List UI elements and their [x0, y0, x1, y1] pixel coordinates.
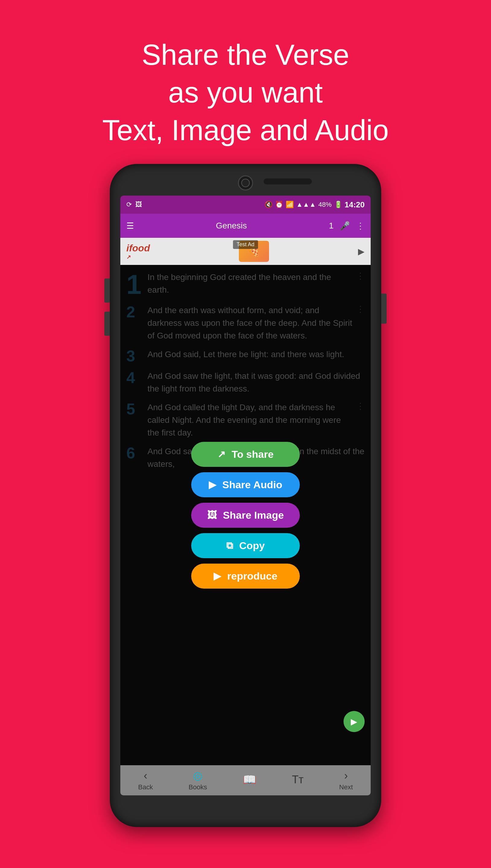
ad-logo: ifood ↗ [126, 243, 150, 260]
ad-test-badge: Test Ad [233, 240, 258, 249]
volume-down-button[interactable] [104, 312, 110, 336]
power-button[interactable] [381, 293, 387, 324]
to-share-button[interactable]: ↗ To share [191, 442, 300, 467]
audio-share-icon: ▶ [209, 479, 216, 490]
copy-icon: ⧉ [226, 540, 233, 551]
status-sync-icon: ⟳ [126, 201, 132, 209]
books-icon: ◎ [193, 770, 202, 782]
bible-content-area: 1 In the beginning God created the heave… [120, 265, 371, 765]
back-arrow-icon: ‹ [144, 770, 147, 782]
share-audio-button[interactable]: ▶ Share Audio [191, 472, 300, 497]
phone-body: ⟳ 🖼 🔇 ⏰ 📶 ▲▲▲ 48% 🔋 14:20 ☰ Genesis 1 [110, 164, 381, 827]
status-wifi-icon: 📶 [286, 201, 294, 209]
status-mute-icon: 🔇 [264, 201, 272, 209]
phone-speaker [264, 179, 312, 184]
menu-button[interactable]: ☰ [126, 221, 134, 231]
microphone-icon[interactable]: 🎤 [340, 221, 350, 231]
header-title: Share the Verse as you want Text, Image … [102, 36, 389, 149]
copy-button[interactable]: ⧉ Copy [191, 533, 300, 558]
nav-books[interactable]: ◎ Books [189, 770, 207, 791]
chapter-number[interactable]: 1 [329, 221, 334, 230]
status-time: 14:20 [345, 200, 365, 210]
nav-next-label: Next [339, 783, 353, 791]
share-image-button[interactable]: 🖼 Share Image [191, 503, 300, 528]
bottom-navigation: ‹ Back ◎ Books 📖 Tт › Next [120, 765, 371, 795]
status-right-info: 🔇 ⏰ 📶 ▲▲▲ 48% 🔋 14:20 [264, 200, 365, 210]
phone-camera [238, 176, 253, 190]
status-image-icon: 🖼 [136, 201, 142, 209]
bible-icon: 📖 [243, 773, 256, 786]
header-section: Share the Verse as you want Text, Image … [102, 36, 389, 149]
status-signal-icon: ▲▲▲ [296, 201, 316, 209]
phone-device: ⟳ 🖼 🔇 ⏰ 📶 ▲▲▲ 48% 🔋 14:20 ☰ Genesis 1 [110, 164, 381, 827]
nav-next[interactable]: › Next [339, 770, 353, 791]
app-title: Genesis [140, 221, 323, 230]
status-bar: ⟳ 🖼 🔇 ⏰ 📶 ▲▲▲ 48% 🔋 14:20 [120, 195, 371, 214]
phone-screen: ⟳ 🖼 🔇 ⏰ 📶 ▲▲▲ 48% 🔋 14:20 ☰ Genesis 1 [120, 195, 371, 795]
volume-up-button[interactable] [104, 278, 110, 303]
ad-banner[interactable]: ifood ↗ Test Ad 🍕 ▶ [120, 238, 371, 265]
status-left-icons: ⟳ 🖼 [126, 201, 142, 209]
nav-books-label: Books [189, 783, 207, 791]
reproduce-button[interactable]: ▶ reproduce [191, 564, 300, 589]
image-share-icon: 🖼 [207, 510, 217, 521]
floating-play-button[interactable]: ▶ [344, 711, 365, 732]
next-arrow-icon: › [344, 770, 348, 782]
font-icon: Tт [292, 773, 304, 786]
nav-bible[interactable]: 📖 [243, 773, 256, 787]
nav-back-label: Back [138, 783, 153, 791]
status-battery: 48% [318, 201, 331, 209]
status-battery-icon: 🔋 [334, 201, 342, 209]
ad-play-icon: ▶ [358, 247, 365, 256]
nav-back[interactable]: ‹ Back [138, 770, 153, 791]
share-popup-overlay: ↗ To share ▶ Share Audio 🖼 Share Image ⧉… [120, 265, 371, 765]
app-bar: ☰ Genesis 1 🎤 ⋮ [120, 214, 371, 238]
more-options-icon[interactable]: ⋮ [356, 221, 365, 231]
share-icon: ↗ [218, 448, 226, 460]
status-alarm-icon: ⏰ [275, 201, 283, 209]
reproduce-icon: ▶ [213, 570, 221, 582]
nav-font[interactable]: Tт [292, 773, 304, 787]
